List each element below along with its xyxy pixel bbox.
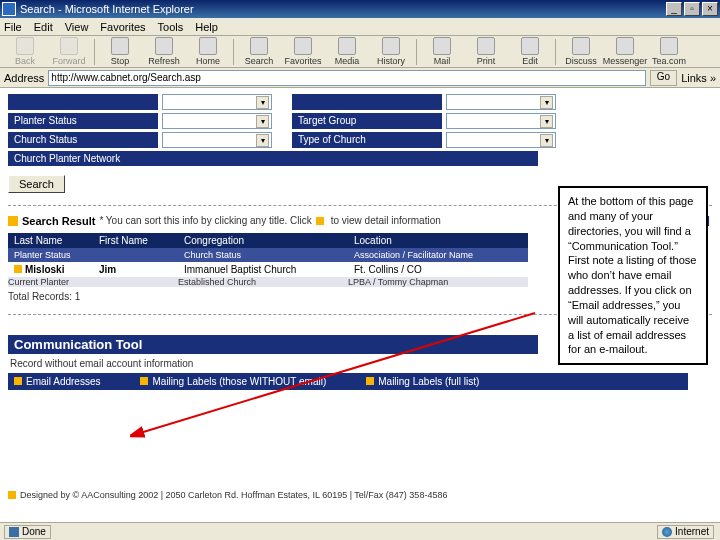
menu-edit[interactable]: Edit [34, 21, 53, 33]
separator [233, 39, 234, 65]
church-status-select[interactable]: ▾ [162, 132, 272, 148]
ie-icon [2, 2, 16, 16]
menu-favorites[interactable]: Favorites [100, 21, 145, 33]
mailing-labels-noemail-link[interactable]: Mailing Labels (those WITHOUT email) [140, 376, 326, 387]
menu-view[interactable]: View [65, 21, 89, 33]
search-filters: ▾ ▾ Planter Status ▾ Target Group ▾ Chur… [8, 94, 712, 166]
discuss-button[interactable]: Discuss [560, 37, 602, 66]
page-footer: Designed by © AAConsulting 2002 | 2050 C… [8, 490, 447, 500]
maximize-button[interactable]: ▫ [684, 2, 700, 16]
bullet-icon [8, 491, 16, 499]
footer-text: Designed by © AAConsulting 2002 | 2050 C… [20, 490, 447, 500]
comm-tool-header: Communication Tool [8, 335, 538, 354]
edit-icon [521, 37, 539, 55]
chevron-down-icon: ▾ [540, 134, 553, 147]
chevron-down-icon: ▾ [256, 134, 269, 147]
favorites-icon [294, 37, 312, 55]
messenger-icon [616, 37, 634, 55]
ie-icon [9, 527, 19, 537]
links-label[interactable]: Links » [681, 72, 716, 84]
edit-button[interactable]: Edit [509, 37, 551, 66]
search-icon [250, 37, 268, 55]
close-button[interactable]: × [702, 2, 718, 16]
mail-button[interactable]: Mail [421, 37, 463, 66]
target-group-select[interactable]: ▾ [446, 113, 556, 129]
back-button[interactable]: Back [4, 37, 46, 66]
separator [555, 39, 556, 65]
annotation-callout: At the bottom of this page and many of y… [558, 186, 708, 365]
col-assoc: Association / Facilitator Name [348, 248, 528, 262]
bullet-icon [14, 265, 22, 273]
bullet-icon [140, 377, 148, 385]
comm-links-bar: Email Addresses Mailing Labels (those WI… [8, 373, 688, 390]
cell-assoc: LPBA / Tommy Chapman [348, 277, 528, 287]
col-congregation[interactable]: Congregation [178, 233, 348, 248]
tea-button[interactable]: Tea.com [648, 37, 690, 66]
separator [416, 39, 417, 65]
refresh-button[interactable]: Refresh [143, 37, 185, 66]
mail-icon [433, 37, 451, 55]
messenger-button[interactable]: Messenger [604, 37, 646, 66]
bullet-icon [316, 217, 324, 225]
filter-select[interactable]: ▾ [446, 94, 556, 110]
cell-planter-status: Current Planter [8, 277, 93, 287]
bullet-icon [8, 216, 18, 226]
church-status-label: Church Status [8, 132, 158, 148]
sort-hint2: to view detail information [331, 215, 441, 226]
filter-label [292, 94, 442, 110]
filter-label [8, 94, 158, 110]
sort-hint: * You can sort this info by clicking any… [99, 215, 311, 226]
planter-status-label: Planter Status [8, 113, 158, 129]
search-toolbtn[interactable]: Search [238, 37, 280, 66]
cell-firstname: Jim [99, 264, 116, 275]
separator [94, 39, 95, 65]
menu-file[interactable]: File [4, 21, 22, 33]
refresh-icon [155, 37, 173, 55]
history-button[interactable]: History [370, 37, 412, 66]
home-icon [199, 37, 217, 55]
search-button[interactable]: Search [8, 175, 65, 193]
mailing-labels-full-link[interactable]: Mailing Labels (full list) [366, 376, 479, 387]
cell-church-status: Established Church [178, 277, 348, 287]
address-label: Address [4, 72, 44, 84]
planter-status-select[interactable]: ▾ [162, 113, 272, 129]
go-button[interactable]: Go [650, 70, 677, 86]
type-church-select[interactable]: ▾ [446, 132, 556, 148]
media-icon [338, 37, 356, 55]
chevron-down-icon: ▾ [540, 96, 553, 109]
home-button[interactable]: Home [187, 37, 229, 66]
results-table: Last Name First Name Congregation Locati… [8, 233, 528, 287]
media-button[interactable]: Media [326, 37, 368, 66]
address-input[interactable] [48, 70, 645, 86]
filter-select[interactable]: ▾ [162, 94, 272, 110]
email-addresses-link[interactable]: Email Addresses [14, 376, 100, 387]
menu-help[interactable]: Help [195, 21, 218, 33]
globe-icon [662, 527, 672, 537]
print-button[interactable]: Print [465, 37, 507, 66]
chevron-down-icon: ▾ [540, 115, 553, 128]
col-firstname[interactable]: First Name [93, 233, 178, 248]
col-lastname[interactable]: Last Name [8, 233, 93, 248]
table-subheader: Planter Status Church Status Association… [8, 248, 528, 262]
favorites-button[interactable]: Favorites [282, 37, 324, 66]
result-label: Search Result [22, 215, 95, 227]
window-titlebar: Search - Microsoft Internet Explorer _ ▫… [0, 0, 720, 18]
bullet-icon [366, 377, 374, 385]
stop-button[interactable]: Stop [99, 37, 141, 66]
col-location[interactable]: Location [348, 233, 528, 248]
print-icon [477, 37, 495, 55]
table-row[interactable]: Misloski Jim Immanuel Baptist Church Ft.… [8, 262, 528, 277]
window-title: Search - Microsoft Internet Explorer [20, 3, 194, 15]
cell-lastname: Misloski [25, 264, 64, 275]
col-church-status: Church Status [178, 248, 348, 262]
tea-icon [660, 37, 678, 55]
status-bar: Done Internet [0, 522, 720, 540]
cell-location: Ft. Collins / CO [348, 262, 528, 277]
forward-button[interactable]: Forward [48, 37, 90, 66]
minimize-button[interactable]: _ [666, 2, 682, 16]
discuss-icon [572, 37, 590, 55]
toolbar: Back Forward Stop Refresh Home Search Fa… [0, 36, 720, 68]
history-icon [382, 37, 400, 55]
menu-tools[interactable]: Tools [158, 21, 184, 33]
forward-icon [60, 37, 78, 55]
